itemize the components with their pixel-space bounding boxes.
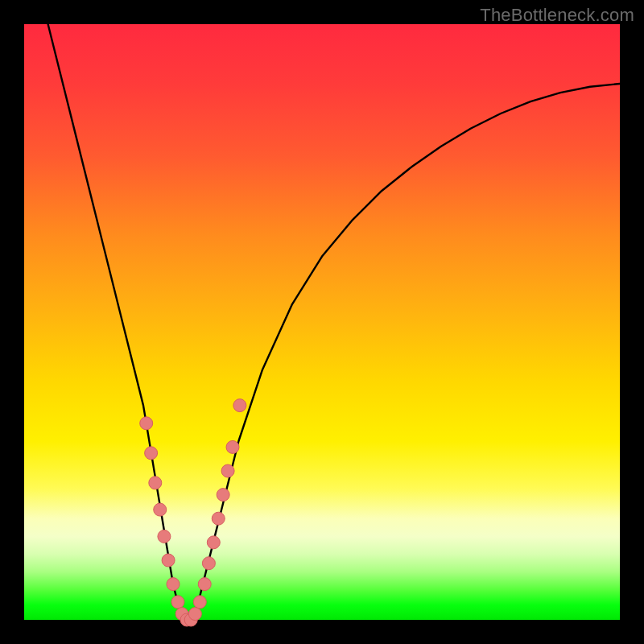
watermark-text: TheBottleneck.com	[480, 5, 634, 26]
scatter-point	[188, 608, 201, 621]
plot-area	[24, 24, 620, 620]
chart-svg	[24, 24, 620, 620]
scatter-point	[233, 399, 246, 412]
chart-stage: TheBottleneck.com	[0, 0, 644, 644]
scatter-point	[202, 557, 215, 570]
scatter-point	[212, 512, 225, 525]
scatter-point	[145, 447, 158, 460]
scatter-point	[171, 596, 184, 609]
scatter-point	[193, 596, 206, 609]
bottleneck-curve	[48, 24, 620, 620]
scatter-point	[221, 464, 234, 477]
scatter-point	[154, 503, 167, 516]
scatter-point	[162, 554, 175, 567]
scatter-point	[198, 578, 211, 591]
scatter-point	[217, 489, 229, 502]
scatter-point	[140, 417, 153, 430]
scatter-markers	[140, 399, 246, 626]
scatter-point	[226, 440, 239, 453]
scatter-point	[167, 578, 180, 591]
scatter-point	[158, 530, 171, 543]
scatter-point	[149, 477, 162, 489]
scatter-point	[207, 536, 220, 549]
